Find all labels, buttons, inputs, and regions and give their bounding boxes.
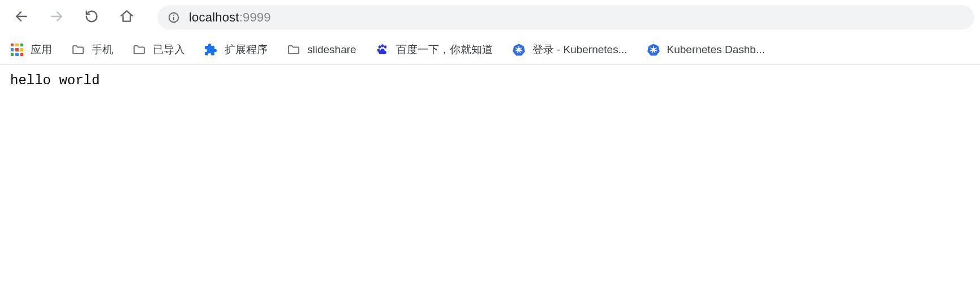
bookmark-phone-folder[interactable]: 手机 [71, 42, 113, 57]
browser-toolbar: localhost:9999 [0, 0, 980, 35]
page-body: hello world [0, 65, 980, 96]
bookmark-label: 登录 - Kubernetes... [532, 42, 627, 57]
forward-button[interactable] [48, 8, 66, 27]
url-port: :9999 [239, 10, 271, 24]
kubernetes-icon [647, 43, 660, 57]
home-icon [119, 9, 134, 26]
kubernetes-icon [512, 43, 526, 57]
site-info-icon[interactable] [167, 11, 180, 24]
home-button[interactable] [118, 8, 136, 27]
bookmarks-bar: 应用 手机 已导入 扩展程序 slideshar [0, 35, 980, 65]
bookmark-extensions[interactable]: 扩展程序 [204, 42, 268, 57]
bookmark-slideshare-folder[interactable]: slideshare [287, 43, 356, 57]
folder-icon [132, 43, 146, 57]
bookmark-label: Kubernetes Dashb... [667, 44, 765, 56]
folder-icon [71, 43, 85, 57]
bookmark-apps[interactable]: 应用 [10, 42, 52, 57]
nav-button-group [12, 8, 136, 27]
apps-grid-icon [10, 43, 24, 57]
url-text: localhost:9999 [189, 10, 271, 25]
bookmark-label: 手机 [92, 42, 113, 57]
svg-point-6 [381, 44, 383, 47]
extension-icon [204, 43, 218, 57]
svg-point-4 [173, 15, 174, 16]
bookmark-imported-folder[interactable]: 已导入 [132, 42, 185, 57]
bookmark-label: 扩展程序 [225, 42, 268, 57]
address-bar[interactable]: localhost:9999 [157, 5, 974, 30]
bookmark-baidu[interactable]: 百度一下，你就知道 [376, 42, 493, 57]
folder-icon [287, 43, 300, 57]
baidu-icon [376, 43, 389, 57]
bookmark-k8s-login[interactable]: 登录 - Kubernetes... [512, 42, 627, 57]
reload-icon [84, 9, 99, 26]
bookmark-k8s-dashboard[interactable]: Kubernetes Dashb... [647, 43, 765, 57]
back-button[interactable] [12, 8, 31, 27]
bookmark-label: slideshare [307, 44, 356, 56]
bookmark-label: 应用 [31, 42, 52, 57]
page-text: hello world [10, 73, 100, 88]
reload-button[interactable] [83, 8, 101, 27]
svg-point-5 [378, 45, 380, 49]
bookmark-label: 百度一下，你就知道 [396, 42, 493, 57]
url-host: localhost [189, 10, 239, 24]
bookmark-label: 已导入 [153, 42, 185, 57]
arrow-left-icon [14, 9, 29, 26]
svg-point-7 [384, 45, 386, 49]
arrow-right-icon [49, 9, 64, 26]
